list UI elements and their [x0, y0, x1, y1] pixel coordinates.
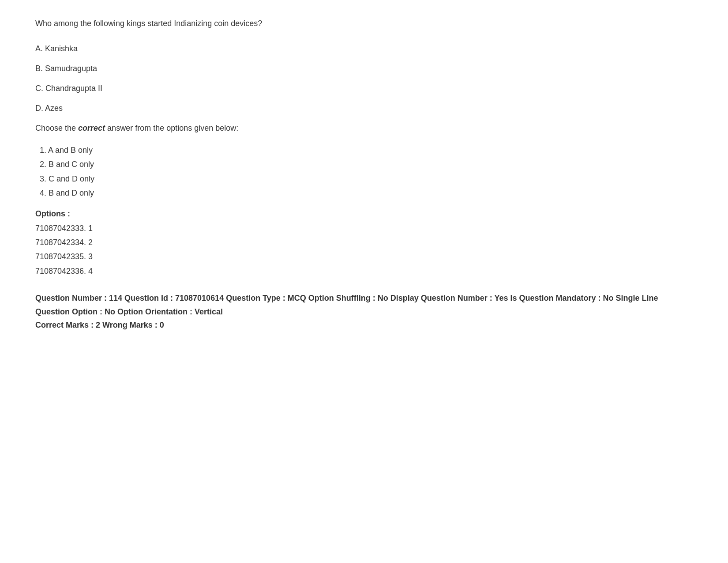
- choose-prefix: Choose the: [35, 124, 78, 132]
- metadata-block: Question Number : 114 Question Id : 7108…: [35, 291, 693, 332]
- option-id-4: 71087042336. 4: [35, 264, 693, 278]
- numbered-option-2: 2. B and C only: [40, 157, 693, 171]
- option-id-2: 71087042334. 2: [35, 235, 693, 249]
- choose-bold: correct: [78, 124, 105, 132]
- options-label: Options :: [35, 209, 70, 218]
- option-id-1: 71087042333. 1: [35, 221, 693, 235]
- option-ids-list: 71087042333. 1 71087042334. 2 7108704233…: [35, 221, 693, 279]
- option-c: C. Chandragupta II: [35, 83, 693, 94]
- option-d: D. Azes: [35, 102, 693, 114]
- option-id-3: 71087042335. 3: [35, 249, 693, 264]
- choose-correct-text: Choose the correct answer from the optio…: [35, 122, 693, 134]
- option-b: B. Samudragupta: [35, 63, 693, 75]
- numbered-option-4: 4. B and D only: [40, 186, 693, 200]
- choose-suffix: answer from the options given below:: [105, 124, 238, 132]
- option-a: A. Kanishka: [35, 43, 693, 55]
- question-text: Who among the following kings started In…: [35, 18, 693, 30]
- numbered-option-1: 1. A and B only: [40, 143, 693, 157]
- metadata-line2: Correct Marks : 2 Wrong Marks : 0: [35, 318, 693, 332]
- options-block: Options :: [35, 209, 693, 219]
- numbered-options-list: 1. A and B only 2. B and C only 3. C and…: [40, 143, 693, 200]
- metadata-line1: Question Number : 114 Question Id : 7108…: [35, 291, 693, 318]
- numbered-option-3: 3. C and D only: [40, 172, 693, 186]
